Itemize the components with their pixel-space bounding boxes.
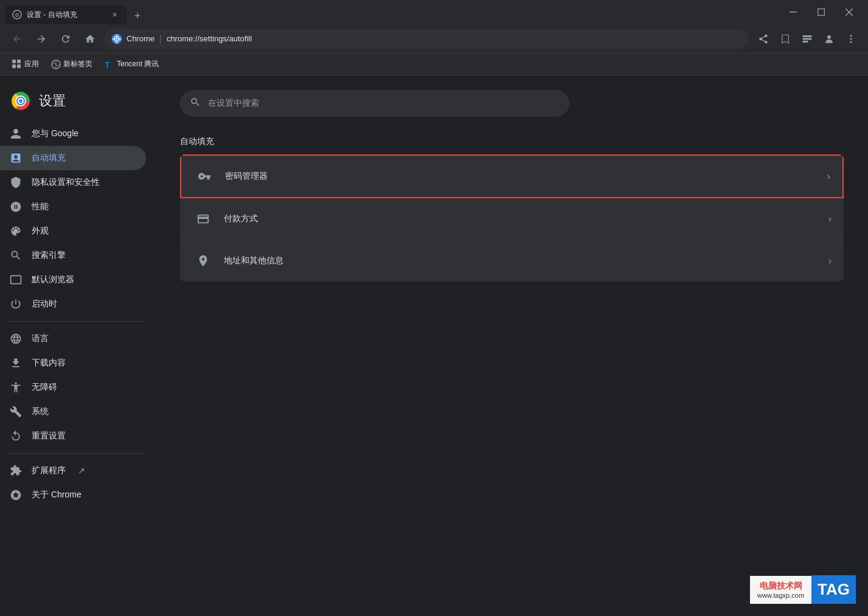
sidebar-item-system[interactable]: 系统 — [0, 400, 146, 424]
address-brand: Chrome — [127, 34, 155, 43]
sidebar-item-downloads[interactable]: 下载内容 — [0, 351, 146, 375]
browser-icon — [10, 274, 22, 286]
tab-search-button[interactable] — [797, 29, 817, 49]
sidebar-item-appearance[interactable]: 外观 — [0, 219, 146, 243]
extensions-icon — [10, 465, 22, 477]
svg-rect-12 — [803, 41, 808, 43]
svg-point-16 — [850, 41, 852, 43]
credit-card-icon — [192, 208, 214, 230]
watermark-title: 电脑技术网 — [760, 581, 802, 592]
sidebar-item-browser-label: 默认浏览器 — [32, 274, 74, 285]
watermark-url: www.tagxp.com — [757, 592, 804, 599]
minimize-button[interactable] — [779, 2, 807, 22]
bookmark-apps-label: 应用 — [24, 59, 39, 69]
settings-row-passwords[interactable]: 密码管理器 › — [180, 154, 844, 198]
sidebar-item-extensions[interactable]: 扩展程序 ↗ — [0, 459, 146, 483]
settings-search-bar[interactable]: 在设置中搜索 — [180, 90, 569, 117]
settings-row-payment[interactable]: 付款方式 › — [180, 198, 844, 240]
autofill-icon — [10, 152, 22, 164]
watermark-text: 电脑技术网 www.tagxp.com — [750, 576, 811, 604]
sidebar-item-system-label: 系统 — [32, 406, 49, 417]
bookmarks-bar: 应用 新标签页 T Tencent 腾讯 — [0, 54, 868, 75]
address-bar[interactable]: Chrome | chrome://settings/autofill — [105, 29, 749, 49]
content-area: 设置 您与 Google 自动填充 隐私设置和安全性 — [0, 75, 868, 616]
search-placeholder: 在设置中搜索 — [208, 98, 259, 109]
sidebar-item-language[interactable]: 语言 — [0, 327, 146, 351]
reset-icon — [10, 430, 22, 442]
system-icon — [10, 406, 22, 418]
chrome-logo-icon — [10, 90, 32, 112]
startup-icon — [10, 298, 22, 310]
svg-rect-17 — [12, 60, 16, 63]
about-icon — [10, 489, 22, 501]
download-icon — [10, 357, 22, 369]
location-icon — [192, 250, 214, 272]
svg-rect-20 — [17, 64, 21, 68]
sidebar-item-autofill[interactable]: 自动填充 — [0, 146, 146, 170]
sidebar-item-extensions-label: 扩展程序 — [32, 465, 66, 476]
bookmark-tencent[interactable]: T Tencent 腾讯 — [100, 57, 164, 72]
forward-button[interactable] — [32, 29, 51, 49]
sidebar-item-performance[interactable]: 性能 — [0, 195, 146, 219]
sidebar-item-accessibility[interactable]: 无障碍 — [0, 375, 146, 400]
svg-point-15 — [850, 38, 852, 40]
tab-close-button[interactable]: ✕ — [109, 10, 119, 19]
appearance-icon — [10, 225, 22, 237]
sidebar-item-privacy-label: 隐私设置和安全性 — [32, 177, 100, 188]
browser-frame: ⚙ 设置 - 自动填充 ✕ + — [0, 0, 868, 616]
address-url: chrome://settings/autofill — [167, 34, 252, 43]
sidebar-item-google[interactable]: 您与 Google — [0, 122, 146, 146]
settings-row-addresses[interactable]: 地址和其他信息 › — [180, 240, 844, 282]
key-icon — [193, 165, 215, 187]
sidebar-item-accessibility-label: 无障碍 — [32, 382, 57, 393]
close-button[interactable] — [835, 2, 863, 22]
sidebar-item-startup[interactable]: 启动时 — [0, 292, 146, 316]
bookmark-new-tab[interactable]: 新标签页 — [46, 57, 97, 72]
passwords-label: 密码管理器 — [225, 171, 827, 182]
sidebar-item-startup-label: 启动时 — [32, 299, 57, 310]
toolbar: Chrome | chrome://settings/autofill — [0, 24, 868, 54]
svg-text:T: T — [105, 60, 110, 69]
payment-arrow: › — [828, 213, 832, 224]
window-controls — [779, 2, 863, 22]
sidebar-item-reset[interactable]: 重置设置 — [0, 424, 146, 448]
svg-point-13 — [827, 35, 831, 39]
address-separator: | — [159, 34, 162, 44]
active-tab[interactable]: ⚙ 设置 - 自动填充 ✕ — [5, 5, 127, 24]
sidebar-item-language-label: 语言 — [32, 333, 49, 344]
sidebar-item-appearance-label: 外观 — [32, 226, 49, 237]
reload-button[interactable] — [56, 29, 75, 49]
svg-rect-3 — [818, 9, 825, 16]
svg-text:⚙: ⚙ — [15, 12, 19, 18]
svg-rect-11 — [803, 38, 812, 40]
title-bar: ⚙ 设置 - 自动填充 ✕ + — [0, 0, 868, 24]
settings-title: 设置 — [39, 92, 66, 110]
bookmark-apps[interactable]: 应用 — [7, 57, 44, 72]
sidebar-item-browser[interactable]: 默认浏览器 — [0, 268, 146, 292]
new-tab-button[interactable]: + — [129, 7, 146, 24]
payment-label: 付款方式 — [224, 213, 828, 224]
menu-button[interactable] — [841, 29, 861, 49]
sidebar-item-reset-label: 重置设置 — [32, 431, 66, 441]
bookmark-button[interactable] — [776, 29, 795, 49]
profile-button[interactable] — [819, 29, 839, 49]
tab-title: 设置 - 自动填充 — [27, 10, 105, 20]
home-button[interactable] — [80, 29, 100, 49]
accessibility-icon — [10, 381, 22, 393]
sidebar-item-search[interactable]: 搜索引擎 — [0, 243, 146, 268]
sidebar-item-about-label: 关于 Chrome — [32, 490, 82, 500]
bookmark-tencent-label: Tencent 腾讯 — [117, 59, 159, 69]
sidebar: 设置 您与 Google 自动填充 隐私设置和安全性 — [0, 75, 156, 616]
addresses-label: 地址和其他信息 — [224, 255, 828, 266]
bookmark-new-tab-label: 新标签页 — [63, 59, 92, 69]
passwords-arrow: › — [827, 171, 830, 182]
sidebar-item-about[interactable]: 关于 Chrome — [0, 483, 146, 507]
sidebar-item-privacy[interactable]: 隐私设置和安全性 — [0, 170, 146, 195]
settings-list: 密码管理器 › 付款方式 › 地址和其他信息 › — [180, 154, 844, 282]
sidebar-item-google-label: 您与 Google — [32, 128, 78, 139]
external-link-icon: ↗ — [78, 466, 85, 476]
back-button[interactable] — [7, 29, 27, 49]
share-button[interactable] — [754, 29, 773, 49]
addresses-arrow: › — [828, 255, 832, 266]
maximize-button[interactable] — [807, 2, 835, 22]
